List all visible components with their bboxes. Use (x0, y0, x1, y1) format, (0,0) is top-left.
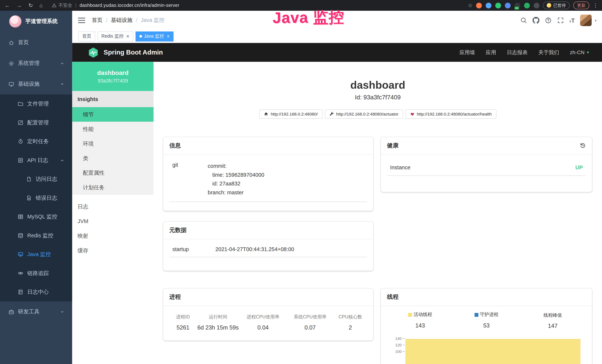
instance-link-label: http://192.168.0.2:48080/actuator/health (417, 112, 492, 116)
sidebar-item-12[interactable]: 链路追踪 (0, 264, 72, 283)
cards-grid: 信息 git commit:time: 1596289704000id: 27a… (163, 137, 592, 364)
history-icon[interactable] (580, 142, 586, 149)
sba-sidebar-label-1[interactable]: JVM (72, 214, 153, 228)
page-title: dashboard (153, 79, 602, 92)
url-bar[interactable]: dashboard.yudao.iocoder.cn/infra/admin-s… (80, 3, 179, 8)
sba-sidebar-item-3[interactable]: 类 (72, 151, 153, 166)
legend-value: 53 (453, 322, 520, 329)
breadcrumb-separator: / (106, 17, 108, 23)
process-col-header: 系统CPU使用率 (287, 310, 334, 322)
sidebar-item-13[interactable]: 日志中心 (0, 283, 72, 301)
kebab-menu-icon[interactable]: ⋮ (593, 3, 598, 8)
wrench-icon (329, 112, 334, 116)
sba-nav-item-0[interactable]: 应用墙 (459, 49, 475, 56)
extension-leaf-icon[interactable] (524, 2, 530, 8)
sidebar-item-6[interactable]: API 日志 (0, 151, 72, 170)
sba-sidebar-item-1[interactable]: 性能 (72, 122, 153, 136)
extension-orange-icon[interactable] (476, 2, 482, 8)
tab-close-icon[interactable]: × (126, 34, 129, 39)
java-monitor-icon (18, 251, 23, 257)
sidebar-item-4[interactable]: 配置管理 (0, 113, 72, 132)
log-center-icon (18, 289, 23, 295)
tab-1[interactable]: Redis 监控× (97, 31, 133, 41)
git-label: git (172, 161, 208, 197)
sba-sidebar-label-0[interactable]: 日志 (72, 199, 153, 214)
sidebar-item-9[interactable]: MySQL 监控 (0, 207, 72, 226)
sba-sidebar-item-2[interactable]: 环境 (72, 136, 153, 151)
sba-nav-item-2[interactable]: 日志报表 (507, 49, 528, 56)
extension-dark-icon[interactable] (534, 2, 539, 8)
sidebar-item-1[interactable]: 系统管理 (0, 53, 72, 74)
avatar-caret-icon: ▾ (595, 18, 597, 22)
sidebar-item-5[interactable]: 定时任务 (0, 132, 72, 151)
user-avatar[interactable] (580, 15, 592, 26)
forward-icon[interactable]: → (17, 3, 22, 8)
sidebar-item-3[interactable]: 文件管理 (0, 94, 72, 113)
sidebar-item-10[interactable]: Redis 监控 (0, 226, 72, 245)
url-divider: | (75, 3, 76, 8)
breadcrumb-item-2[interactable]: Java 监控 (141, 17, 164, 24)
locale-select[interactable]: zh-CN▾ (570, 50, 589, 55)
bookmark-star-icon[interactable]: ☆ (468, 3, 473, 8)
security-indicator[interactable]: 不安全 (52, 2, 72, 9)
extension-toggle-icon[interactable]: on (515, 2, 520, 8)
font-size-icon[interactable]: тT (569, 17, 575, 23)
sidebar-item-8[interactable]: 错误日志 (0, 189, 72, 207)
sidebar-item-2[interactable]: 基础设施 (0, 74, 72, 95)
legend-value: 143 (387, 322, 453, 329)
threads-legend-item-2: 线程峰值147 (520, 311, 586, 329)
sba-sidebar-item-5[interactable]: 计划任务 (72, 180, 153, 195)
sidebar-item-14[interactable]: 研发工具 (0, 301, 72, 322)
paused-badge[interactable]: 已暂停 (543, 1, 570, 9)
health-card-title: 健康 (387, 142, 398, 149)
extension-grid-icon[interactable] (505, 2, 511, 8)
update-button[interactable]: 更新 (573, 1, 589, 9)
header-actions: тT ▾ (520, 15, 602, 26)
tab-close-icon[interactable]: × (167, 34, 170, 39)
extension-green-icon[interactable] (495, 2, 501, 8)
metadata-card: 元数据 startup 2021-04-27T00:44:31.254+08:0… (163, 221, 373, 270)
app-sidebar: 芋道管理系统 首页系统管理基础设施文件管理配置管理定时任务API 日志访问日志错… (0, 11, 72, 364)
sidebar-item-label: 文件管理 (27, 100, 49, 107)
sba-nav-item-1[interactable]: 应用 (486, 49, 496, 56)
help-icon[interactable] (545, 17, 552, 24)
sidebar-item-label: 系统管理 (18, 60, 40, 67)
instance-link-1[interactable]: http://192.168.0.2:48080/actuator (325, 109, 403, 118)
tab-2[interactable]: Java 监控× (135, 31, 173, 41)
threads-chart: 140120100 (387, 335, 586, 364)
sidebar-item-0[interactable]: 首页 (0, 32, 72, 53)
startup-value: 2021-04-27T00:44:31.254+08:00 (215, 246, 364, 252)
sba-sidebar-item-4[interactable]: 配置属性 (72, 166, 153, 180)
browser-nav: ← → ↻ ⌂ (0, 3, 46, 8)
health-row-label: Instance (390, 164, 410, 170)
github-icon[interactable] (532, 17, 539, 24)
spring-boot-admin-logo-icon (87, 47, 99, 58)
refresh-icon[interactable]: ↻ (28, 3, 33, 8)
extension-drop-icon[interactable] (486, 2, 492, 8)
home-icon[interactable]: ⌂ (40, 3, 43, 8)
sidebar-item-7[interactable]: 访问日志 (0, 170, 72, 188)
sba-nav-item-3[interactable]: 关于我们 (538, 49, 559, 56)
fullscreen-icon[interactable] (557, 17, 564, 24)
sba-sidebar-bottom: 日志JVM映射缓存 (72, 199, 153, 258)
instance-link-0[interactable]: http://192.168.0.2:48080/ (259, 109, 322, 118)
sba-sidebar-label-3[interactable]: 缓存 (72, 243, 153, 258)
hamburger-icon[interactable] (78, 18, 85, 23)
sidebar-item-label: 链路追踪 (27, 270, 49, 277)
instance-link-2[interactable]: http://192.168.0.2:48080/actuator/health (405, 109, 496, 118)
sidebar-item-11[interactable]: Java 监控 (0, 245, 72, 264)
search-icon[interactable] (520, 17, 527, 24)
breadcrumb-item-1[interactable]: 基础设施 (111, 17, 132, 24)
process-col-header: 进程CPU使用率 (239, 310, 287, 322)
sba-sidebar-item-0[interactable]: 细节 (72, 107, 153, 122)
threads-legend-item-0: 活动线程143 (387, 311, 453, 329)
back-icon[interactable]: ← (5, 3, 10, 8)
app-logo[interactable]: 芋道管理系统 (0, 11, 72, 32)
sba-brand[interactable]: Spring Boot Admin (104, 49, 163, 56)
instance-header[interactable]: dashboard 93a3fc7f7409 (72, 62, 153, 91)
sba-sidebar-label-2[interactable]: 映射 (72, 228, 153, 243)
sidebar-item-label: 访问日志 (36, 176, 57, 182)
tabs-bar: 首页Redis 监控×Java 监控× (72, 30, 602, 43)
tab-0[interactable]: 首页 (78, 31, 95, 41)
breadcrumb-item-0[interactable]: 首页 (92, 17, 103, 24)
